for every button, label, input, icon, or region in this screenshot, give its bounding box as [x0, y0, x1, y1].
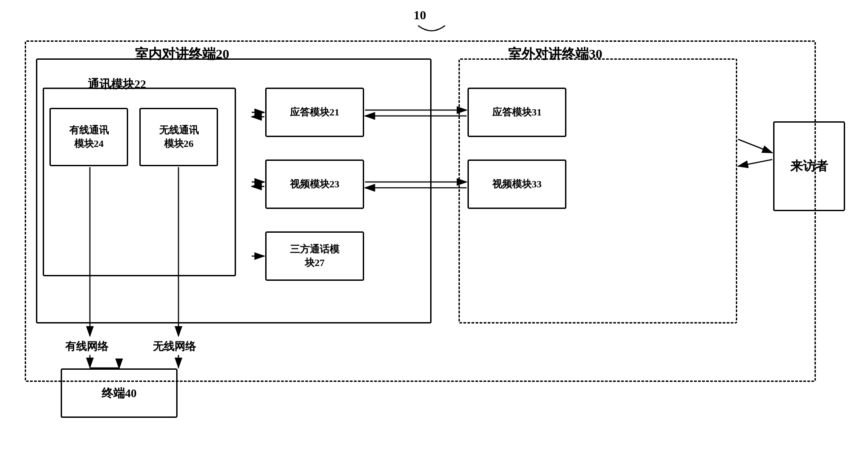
video-23-label: 视频模块23	[290, 177, 339, 191]
answer-module-21-box: 应答模块21	[265, 88, 364, 137]
wireless-comm-box: 无线通讯模块26	[139, 108, 218, 166]
visitor-label: 来访者	[790, 158, 828, 175]
visitor-box: 来访者	[773, 121, 845, 211]
outdoor-terminal-label: 室外对讲终端30	[508, 45, 602, 63]
answer-31-label: 应答模块31	[492, 106, 542, 119]
diagram-container: 10 室内对讲终端20 室外对讲终端30 通讯模块22 有线通讯模块24 无线通…	[0, 0, 868, 465]
wired-network-label: 有线网络	[65, 339, 108, 354]
indoor-terminal-label: 室内对讲终端20	[135, 45, 229, 63]
video-module-33-box: 视频模块33	[467, 159, 566, 209]
terminal-40-label: 终端40	[102, 385, 137, 401]
threeway-module-27-box: 三方通话模块27	[265, 231, 364, 281]
figure-number: 10	[414, 8, 426, 22]
answer-21-label: 应答模块21	[290, 106, 339, 119]
wireless-comm-label: 无线通讯模块26	[159, 124, 199, 151]
video-33-label: 视频模块33	[492, 177, 542, 191]
wired-comm-box: 有线通讯模块24	[49, 108, 128, 166]
terminal-40-box: 终端40	[61, 368, 178, 418]
threeway-27-label: 三方通话模块27	[290, 243, 339, 270]
comm-module-label: 通讯模块22	[88, 76, 146, 92]
wireless-network-label: 无线网络	[153, 339, 196, 354]
wired-comm-label: 有线通讯模块24	[69, 124, 109, 151]
video-module-23-box: 视频模块23	[265, 159, 364, 209]
answer-module-31-box: 应答模块31	[467, 88, 566, 137]
figure-arc	[414, 23, 450, 37]
